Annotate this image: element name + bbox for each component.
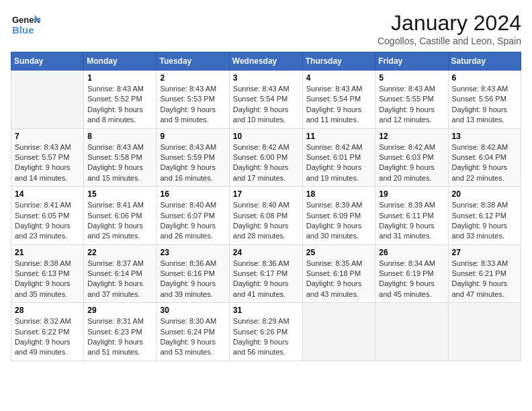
calendar-cell: 11Sunrise: 8:42 AM Sunset: 6:01 PM Dayli… — [302, 128, 375, 187]
day-number: 29 — [87, 306, 152, 315]
day-info: Sunrise: 8:43 AM Sunset: 5:53 PM Dayligh… — [160, 84, 225, 126]
day-number: 25 — [306, 248, 372, 257]
day-number: 11 — [306, 132, 372, 141]
day-number: 17 — [233, 189, 299, 199]
day-number: 14 — [15, 189, 80, 199]
calendar-cell — [375, 303, 448, 361]
calendar-cell — [448, 303, 521, 361]
day-info: Sunrise: 8:42 AM Sunset: 6:01 PM Dayligh… — [306, 142, 372, 184]
logo: General Blue — [11, 11, 40, 40]
calendar-cell: 5Sunrise: 8:43 AM Sunset: 5:55 PM Daylig… — [375, 71, 448, 129]
day-info: Sunrise: 8:43 AM Sunset: 5:54 PM Dayligh… — [233, 84, 299, 126]
day-info: Sunrise: 8:41 AM Sunset: 6:05 PM Dayligh… — [15, 200, 80, 242]
day-info: Sunrise: 8:32 AM Sunset: 6:22 PM Dayligh… — [15, 316, 80, 358]
calendar-cell: 19Sunrise: 8:39 AM Sunset: 6:11 PM Dayli… — [375, 187, 448, 245]
day-info: Sunrise: 8:42 AM Sunset: 6:00 PM Dayligh… — [233, 142, 299, 184]
weekday-header: Wednesday — [229, 52, 302, 71]
day-number: 4 — [306, 73, 372, 83]
day-info: Sunrise: 8:30 AM Sunset: 6:24 PM Dayligh… — [160, 316, 225, 358]
day-info: Sunrise: 8:31 AM Sunset: 6:23 PM Dayligh… — [87, 316, 152, 358]
calendar-cell: 23Sunrise: 8:36 AM Sunset: 6:16 PM Dayli… — [157, 244, 229, 303]
day-info: Sunrise: 8:33 AM Sunset: 6:21 PM Dayligh… — [452, 259, 518, 300]
calendar-cell: 7Sunrise: 8:43 AM Sunset: 5:57 PM Daylig… — [11, 128, 84, 187]
location: Cogollos, Castille and Leon, Spain — [378, 36, 521, 46]
day-number: 9 — [160, 132, 225, 141]
day-number: 30 — [160, 306, 225, 315]
calendar-cell: 3Sunrise: 8:43 AM Sunset: 5:54 PM Daylig… — [229, 71, 302, 129]
day-number: 21 — [15, 248, 80, 257]
day-number: 28 — [15, 306, 80, 315]
day-number: 5 — [379, 73, 444, 83]
title-block: January 2024 Cogollos, Castille and Leon… — [378, 11, 521, 46]
day-number: 19 — [379, 189, 444, 199]
calendar-week-row: 7Sunrise: 8:43 AM Sunset: 5:57 PM Daylig… — [11, 128, 521, 187]
weekday-header: Thursday — [302, 52, 375, 71]
calendar-cell: 2Sunrise: 8:43 AM Sunset: 5:53 PM Daylig… — [157, 71, 229, 129]
day-info: Sunrise: 8:43 AM Sunset: 5:57 PM Dayligh… — [15, 142, 80, 184]
calendar-cell: 22Sunrise: 8:37 AM Sunset: 6:14 PM Dayli… — [84, 244, 157, 303]
calendar-cell: 25Sunrise: 8:35 AM Sunset: 6:18 PM Dayli… — [302, 244, 375, 303]
day-info: Sunrise: 8:43 AM Sunset: 5:54 PM Dayligh… — [306, 84, 372, 126]
day-number: 26 — [379, 248, 444, 257]
day-number: 3 — [233, 73, 299, 83]
day-info: Sunrise: 8:41 AM Sunset: 6:06 PM Dayligh… — [87, 200, 152, 242]
day-info: Sunrise: 8:43 AM Sunset: 5:58 PM Dayligh… — [87, 142, 152, 184]
day-info: Sunrise: 8:39 AM Sunset: 6:09 PM Dayligh… — [306, 200, 372, 242]
day-info: Sunrise: 8:38 AM Sunset: 6:12 PM Dayligh… — [452, 200, 518, 242]
calendar-cell: 6Sunrise: 8:43 AM Sunset: 5:56 PM Daylig… — [448, 71, 521, 129]
calendar-cell: 13Sunrise: 8:42 AM Sunset: 6:04 PM Dayli… — [448, 128, 521, 187]
calendar-week-row: 14Sunrise: 8:41 AM Sunset: 6:05 PM Dayli… — [11, 187, 521, 245]
day-info: Sunrise: 8:39 AM Sunset: 6:11 PM Dayligh… — [379, 200, 444, 242]
calendar-header-row: SundayMondayTuesdayWednesdayThursdayFrid… — [11, 52, 521, 71]
day-number: 15 — [87, 189, 152, 199]
day-number: 12 — [379, 132, 444, 141]
day-info: Sunrise: 8:37 AM Sunset: 6:14 PM Dayligh… — [87, 259, 152, 300]
calendar-cell: 28Sunrise: 8:32 AM Sunset: 6:22 PM Dayli… — [11, 303, 84, 361]
logo-svg: General Blue — [11, 11, 40, 40]
calendar-cell: 31Sunrise: 8:29 AM Sunset: 6:26 PM Dayli… — [229, 303, 302, 361]
day-number: 10 — [233, 132, 299, 141]
day-number: 31 — [233, 306, 299, 315]
day-number: 20 — [452, 189, 518, 199]
calendar-cell — [11, 71, 84, 129]
day-number: 2 — [160, 73, 225, 83]
calendar-cell: 8Sunrise: 8:43 AM Sunset: 5:58 PM Daylig… — [84, 128, 157, 187]
day-info: Sunrise: 8:34 AM Sunset: 6:19 PM Dayligh… — [379, 259, 444, 300]
calendar-cell: 26Sunrise: 8:34 AM Sunset: 6:19 PM Dayli… — [375, 244, 448, 303]
calendar-cell: 18Sunrise: 8:39 AM Sunset: 6:09 PM Dayli… — [302, 187, 375, 245]
day-info: Sunrise: 8:38 AM Sunset: 6:13 PM Dayligh… — [15, 259, 80, 300]
day-info: Sunrise: 8:36 AM Sunset: 6:16 PM Dayligh… — [160, 259, 225, 300]
day-number: 27 — [452, 248, 518, 257]
weekday-header: Friday — [375, 52, 448, 71]
calendar-cell: 27Sunrise: 8:33 AM Sunset: 6:21 PM Dayli… — [448, 244, 521, 303]
calendar: SundayMondayTuesdayWednesdayThursdayFrid… — [11, 52, 521, 361]
svg-text:Blue: Blue — [12, 24, 34, 36]
day-info: Sunrise: 8:43 AM Sunset: 5:55 PM Dayligh… — [379, 84, 444, 126]
calendar-cell: 4Sunrise: 8:43 AM Sunset: 5:54 PM Daylig… — [302, 71, 375, 129]
day-info: Sunrise: 8:36 AM Sunset: 6:17 PM Dayligh… — [233, 259, 299, 300]
calendar-cell: 20Sunrise: 8:38 AM Sunset: 6:12 PM Dayli… — [448, 187, 521, 245]
weekday-header: Tuesday — [157, 52, 229, 71]
day-info: Sunrise: 8:43 AM Sunset: 5:56 PM Dayligh… — [452, 84, 518, 126]
day-number: 8 — [87, 132, 152, 141]
calendar-cell: 30Sunrise: 8:30 AM Sunset: 6:24 PM Dayli… — [157, 303, 229, 361]
calendar-week-row: 28Sunrise: 8:32 AM Sunset: 6:22 PM Dayli… — [11, 303, 521, 361]
day-number: 22 — [87, 248, 152, 257]
day-info: Sunrise: 8:35 AM Sunset: 6:18 PM Dayligh… — [306, 259, 372, 300]
day-info: Sunrise: 8:40 AM Sunset: 6:07 PM Dayligh… — [160, 200, 225, 242]
calendar-week-row: 21Sunrise: 8:38 AM Sunset: 6:13 PM Dayli… — [11, 244, 521, 303]
calendar-cell: 15Sunrise: 8:41 AM Sunset: 6:06 PM Dayli… — [84, 187, 157, 245]
day-info: Sunrise: 8:29 AM Sunset: 6:26 PM Dayligh… — [233, 316, 299, 358]
calendar-cell: 24Sunrise: 8:36 AM Sunset: 6:17 PM Dayli… — [229, 244, 302, 303]
calendar-week-row: 1Sunrise: 8:43 AM Sunset: 5:52 PM Daylig… — [11, 71, 521, 129]
weekday-header: Monday — [84, 52, 157, 71]
calendar-cell: 29Sunrise: 8:31 AM Sunset: 6:23 PM Dayli… — [84, 303, 157, 361]
day-number: 7 — [15, 132, 80, 141]
calendar-cell: 17Sunrise: 8:40 AM Sunset: 6:08 PM Dayli… — [229, 187, 302, 245]
calendar-cell — [302, 303, 375, 361]
day-number: 16 — [160, 189, 225, 199]
calendar-cell: 14Sunrise: 8:41 AM Sunset: 6:05 PM Dayli… — [11, 187, 84, 245]
calendar-cell: 12Sunrise: 8:42 AM Sunset: 6:03 PM Dayli… — [375, 128, 448, 187]
day-info: Sunrise: 8:42 AM Sunset: 6:03 PM Dayligh… — [379, 142, 444, 184]
day-number: 18 — [306, 189, 372, 199]
